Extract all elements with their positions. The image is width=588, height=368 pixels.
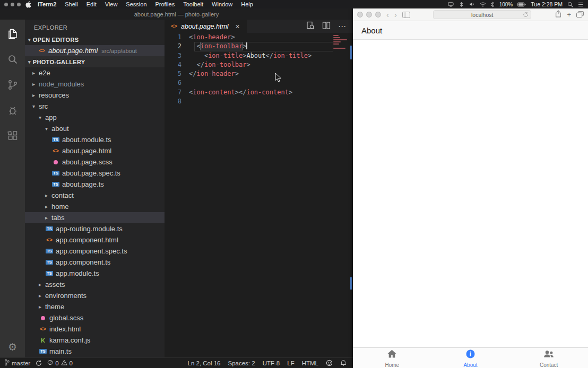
tab-contact[interactable]: Contact [509, 348, 588, 368]
source-control-icon[interactable] [2, 74, 23, 95]
menu-shell[interactable]: Shell [60, 1, 82, 7]
folder-src[interactable]: src [25, 101, 165, 112]
menu-edit[interactable]: Edit [82, 1, 101, 7]
tabs-overview-icon[interactable] [576, 10, 584, 20]
forward-button[interactable]: › [394, 11, 397, 19]
search-icon[interactable] [2, 49, 23, 70]
folder-tabs[interactable]: tabs [25, 212, 165, 223]
sync-icon[interactable] [36, 360, 42, 366]
code-editor[interactable]: 1<ion-header>2 <ion-toolbar>3 <ion-title… [165, 33, 353, 357]
git-branch-indicator[interactable]: master [5, 359, 30, 367]
tab-about.page.html[interactable]: about.page.html [165, 20, 247, 33]
menu-view[interactable]: View [101, 1, 122, 7]
file-app.component.ts[interactable]: app.component.ts [25, 257, 165, 268]
folder-home[interactable]: home [25, 201, 165, 212]
minimize-window-icon[interactable] [366, 12, 372, 17]
file-app-routing.module.ts[interactable]: app-routing.module.ts [25, 223, 165, 234]
menu-profiles[interactable]: Profiles [151, 1, 179, 7]
menubar-clock[interactable]: Tue 2:28 PM [531, 1, 563, 7]
close-tab-icon[interactable] [234, 22, 241, 31]
code-line-2[interactable]: 2 <ion-toolbar> [165, 42, 353, 51]
file-about.module.ts[interactable]: about.module.ts [25, 134, 165, 145]
window-dot-icon[interactable] [11, 3, 14, 6]
window-dot-icon[interactable] [17, 3, 21, 6]
code-line-8[interactable]: 8 [165, 97, 353, 106]
code-line-1[interactable]: 1<ion-header> [165, 33, 353, 42]
zoom-window-icon[interactable] [375, 12, 381, 17]
notifications-bell-icon[interactable] [340, 360, 347, 366]
eol-type[interactable]: LF [287, 360, 294, 366]
folder-theme[interactable]: theme [25, 301, 165, 312]
code-line-5[interactable]: 5</ion-header> [165, 69, 353, 78]
extensions-icon[interactable] [2, 125, 23, 146]
back-button[interactable]: ‹ [386, 11, 389, 19]
menu-window[interactable]: Window [207, 1, 237, 7]
code-line-6[interactable]: 6 [165, 78, 353, 87]
code-text: <ion-title>About</ion-title> [188, 51, 312, 60]
feedback-smiley-icon[interactable] [326, 360, 333, 366]
address-bar[interactable]: localhost [433, 10, 531, 19]
gear-icon[interactable]: ⚙ [2, 341, 23, 353]
wifi-icon[interactable] [480, 2, 486, 7]
tab-about[interactable]: About [431, 348, 510, 368]
problems-indicator[interactable]: 0 0 [47, 360, 73, 366]
share-icon[interactable] [555, 10, 561, 20]
folder-contact[interactable]: contact [25, 190, 165, 201]
file-about.page.ts[interactable]: about.page.ts [25, 179, 165, 190]
file-app.component.html[interactable]: app.component.html [25, 234, 165, 246]
folder-app[interactable]: app [25, 112, 165, 123]
explorer-icon[interactable] [2, 23, 23, 45]
split-editor-icon[interactable] [322, 21, 331, 32]
menu-session[interactable]: Session [122, 1, 151, 7]
menubar-status-icon[interactable] [448, 2, 454, 7]
open-editors-header[interactable]: OPEN EDITORS [25, 34, 165, 45]
tree-item-label: karma.conf.js [49, 336, 90, 344]
file-about.page.spec.ts[interactable]: about.page.spec.ts [25, 168, 165, 179]
menu-toolbelt[interactable]: Toolbelt [179, 1, 207, 7]
file-global.scss[interactable]: global.scss [25, 312, 165, 323]
encoding[interactable]: UTF-8 [263, 360, 280, 366]
folder-resources[interactable]: resources [25, 90, 165, 101]
spotlight-icon[interactable] [567, 2, 573, 7]
minimap[interactable] [333, 34, 348, 52]
new-tab-icon[interactable]: + [567, 11, 571, 19]
battery-icon[interactable] [517, 2, 526, 7]
file-main.ts[interactable]: main.ts [25, 346, 165, 357]
folder-about[interactable]: about [25, 123, 165, 134]
file-index.html[interactable]: index.html [25, 323, 165, 335]
code-line-4[interactable]: 4 </ion-toolbar> [165, 60, 353, 69]
project-header[interactable]: PHOTO-GALLERY [25, 56, 165, 67]
cursor-position[interactable]: Ln 2, Col 16 [188, 360, 221, 366]
volume-icon[interactable] [469, 2, 475, 7]
language-mode[interactable]: HTML [302, 360, 318, 366]
folder-node_modules[interactable]: node_modules [25, 78, 165, 90]
more-actions-icon[interactable]: ⋯ [338, 22, 347, 31]
file-app.component.spec.ts[interactable]: app.component.spec.ts [25, 246, 165, 257]
line-number: 1 [165, 33, 188, 42]
file-karma.conf.js[interactable]: karma.conf.js [25, 335, 165, 346]
file-about.page.scss[interactable]: about.page.scss [25, 156, 165, 168]
indentation[interactable]: Spaces: 2 [228, 360, 255, 366]
close-window-icon[interactable] [357, 12, 363, 17]
tab-home[interactable]: Home [353, 348, 431, 368]
menu-help[interactable]: Help [237, 1, 257, 7]
debug-icon[interactable] [2, 100, 23, 121]
open-preview-icon[interactable] [306, 21, 315, 32]
reload-icon[interactable] [523, 12, 529, 17]
file-app.module.ts[interactable]: app.module.ts [25, 268, 165, 279]
code-line-3[interactable]: 3 <ion-title>About</ion-title> [165, 51, 353, 60]
open-editor-item[interactable]: about.page.html src/app/about [25, 45, 165, 56]
folder-e2e[interactable]: e2e [25, 67, 165, 78]
menu-iterm2[interactable]: iTerm2 [33, 1, 60, 7]
code-line-7[interactable]: 7<ion-content></ion-content> [165, 88, 353, 97]
ion-tab-bar: HomeAboutContact [353, 347, 588, 368]
folder-environments[interactable]: environments [25, 290, 165, 301]
bluetooth-icon[interactable] [491, 2, 495, 7]
sidebar-toggle-icon[interactable] [402, 12, 410, 18]
folder-assets[interactable]: assets [25, 279, 165, 290]
window-dot-icon[interactable] [4, 3, 8, 6]
notification-center-icon[interactable] [578, 2, 584, 7]
apple-menu-icon[interactable] [25, 1, 31, 8]
menubar-status-icon[interactable] [459, 2, 464, 7]
file-about.page.html[interactable]: about.page.html [25, 145, 165, 156]
